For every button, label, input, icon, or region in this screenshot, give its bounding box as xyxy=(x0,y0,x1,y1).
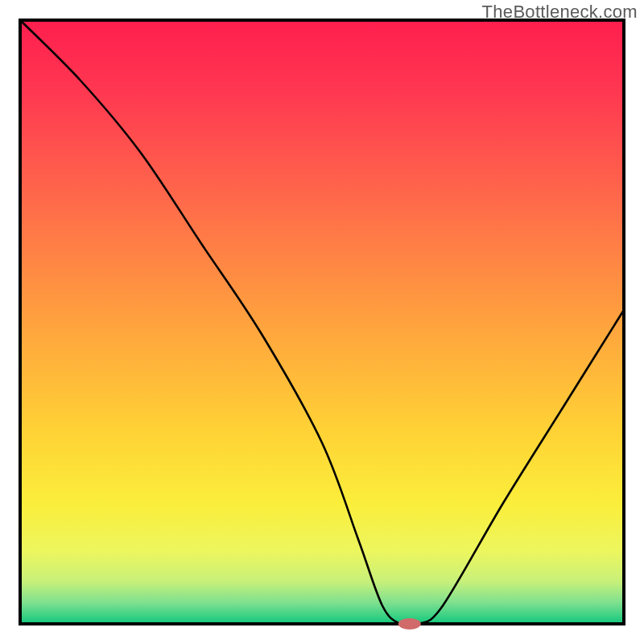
bottleneck-chart xyxy=(0,0,644,644)
plot-background xyxy=(20,20,624,624)
chart-container: TheBottleneck.com xyxy=(0,0,644,644)
optimal-point-marker xyxy=(398,618,421,630)
watermark-text: TheBottleneck.com xyxy=(482,2,638,23)
